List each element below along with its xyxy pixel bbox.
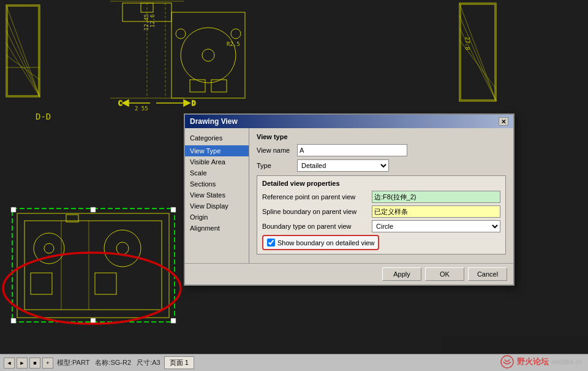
model-info: 模型:PART 名称:SG-R2 尺寸:A3 bbox=[57, 358, 160, 367]
view-name-input[interactable] bbox=[297, 144, 407, 156]
svg-text:12.45: 12.45 bbox=[143, 14, 149, 31]
type-select[interactable]: Detailed bbox=[297, 159, 389, 172]
dialog-body: Categories View Type Visible Area Scale … bbox=[185, 128, 513, 263]
size-label: 尺寸:A3 bbox=[137, 359, 160, 366]
view-name-row: View name bbox=[257, 144, 506, 156]
svg-rect-57 bbox=[91, 318, 96, 323]
watermark-logo bbox=[500, 355, 514, 369]
svg-text:D: D bbox=[192, 99, 196, 107]
categories-panel: Categories View Type Visible Area Scale … bbox=[185, 128, 249, 263]
page-tab[interactable]: 页面 1 bbox=[164, 356, 194, 369]
svg-text:D-D: D-D bbox=[36, 112, 51, 121]
drawing-view-dialog: Drawing View ✕ Categories View Type Visi… bbox=[184, 113, 514, 286]
svg-rect-59 bbox=[441, 336, 588, 353]
category-scale[interactable]: Scale bbox=[185, 167, 249, 178]
detailed-view-properties-box: Detailed view properties Reference point… bbox=[257, 175, 506, 254]
apply-button[interactable]: Apply bbox=[382, 267, 421, 281]
svg-text:12.6: 12.6 bbox=[149, 14, 156, 28]
spline-row: Spline boundary on parent view 已定义样条 bbox=[262, 205, 500, 218]
svg-text:R2.5: R2.5 bbox=[227, 41, 240, 47]
ok-button[interactable]: OK bbox=[425, 267, 464, 281]
type-row: Type Detailed bbox=[257, 159, 506, 172]
properties-title: Detailed view properties bbox=[262, 180, 500, 187]
type-label: Type bbox=[257, 162, 293, 169]
svg-rect-56 bbox=[91, 207, 96, 212]
dialog-footer: Apply OK Cancel bbox=[185, 263, 513, 285]
svg-rect-52 bbox=[11, 207, 16, 212]
prev-button[interactable]: ◄ bbox=[4, 358, 15, 369]
show-boundary-row: Show boundary on detailed view bbox=[262, 235, 379, 250]
svg-rect-54 bbox=[11, 318, 16, 323]
svg-rect-53 bbox=[171, 207, 176, 212]
cancel-button[interactable]: Cancel bbox=[468, 267, 507, 281]
svg-text:C: C bbox=[118, 99, 123, 107]
ref-point-row: Reference point on parent view 边:F8(拉伸_2… bbox=[262, 191, 500, 203]
model-label: 模型:PART bbox=[57, 359, 89, 366]
stop-button[interactable]: ■ bbox=[29, 358, 40, 369]
show-boundary-checkbox[interactable] bbox=[267, 239, 275, 247]
play-button[interactable]: ► bbox=[17, 358, 28, 369]
ref-point-label: Reference point on parent view bbox=[262, 193, 369, 201]
category-visible-area[interactable]: Visible Area bbox=[185, 156, 249, 167]
show-boundary-label: Show boundary on detailed view bbox=[277, 239, 374, 247]
name-label: 名称:SG-R2 bbox=[95, 359, 131, 366]
category-alignment[interactable]: Alignment bbox=[185, 223, 249, 234]
boundary-select-container: Circle bbox=[372, 220, 500, 232]
svg-rect-55 bbox=[171, 318, 176, 323]
category-view-display[interactable]: View Display bbox=[185, 201, 249, 212]
watermark-url: ewildfire.cn bbox=[551, 359, 582, 365]
category-view-states[interactable]: View States bbox=[185, 189, 249, 201]
ref-point-value: 边:F8(拉伸_2) bbox=[372, 191, 500, 203]
add-button[interactable]: + bbox=[42, 358, 53, 369]
categories-label: Categories bbox=[185, 133, 249, 143]
playback-controls[interactable]: ◄ ► ■ + bbox=[4, 358, 53, 369]
category-origin[interactable]: Origin bbox=[185, 212, 249, 223]
svg-text:2  55: 2 55 bbox=[135, 105, 148, 112]
category-sections[interactable]: Sections bbox=[185, 178, 249, 189]
boundary-row: Boundary type on parent view Circle bbox=[262, 220, 500, 232]
view-name-label: View name bbox=[257, 147, 293, 154]
watermark: 野火论坛 ewildfire.cn bbox=[500, 355, 582, 369]
dialog-titlebar: Drawing View ✕ bbox=[185, 115, 513, 128]
dialog-close-button[interactable]: ✕ bbox=[499, 117, 508, 126]
boundary-select[interactable]: Circle bbox=[372, 220, 500, 232]
content-panel: View type View name Type Detailed Detail… bbox=[249, 128, 513, 263]
spline-label: Spline boundary on parent view bbox=[262, 208, 369, 215]
boundary-label: Boundary type on parent view bbox=[262, 223, 369, 230]
bottom-bar: ◄ ► ■ + 模型:PART 名称:SG-R2 尺寸:A3 页面 1 野火论坛… bbox=[0, 354, 588, 371]
spline-value: 已定义样条 bbox=[372, 205, 500, 218]
watermark-text: 野火论坛 bbox=[517, 356, 549, 367]
dialog-title: Drawing View bbox=[190, 117, 238, 126]
view-type-section-title: View type bbox=[257, 133, 506, 140]
category-view-type[interactable]: View Type bbox=[185, 145, 249, 156]
